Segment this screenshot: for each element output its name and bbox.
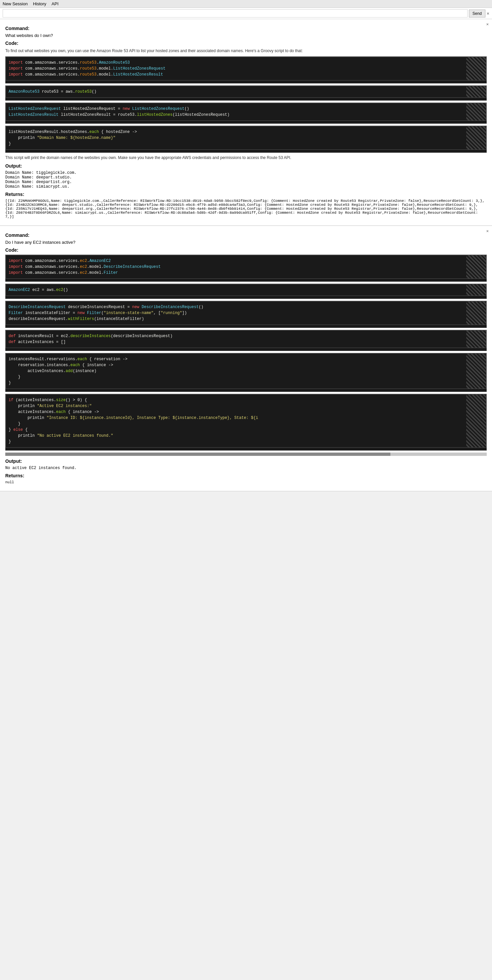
session-2-returns-text: null — [5, 480, 487, 484]
command-input[interactable] — [3, 9, 468, 18]
session-2-code-block-5: instancesResult.reservations.each { rese… — [5, 353, 487, 392]
session-2-output-text: No active EC2 instances found. — [5, 466, 487, 470]
main-content: × Command: What websites do I own? Code:… — [0, 19, 492, 492]
session-1-after-description: This script will print the domain names … — [5, 155, 487, 161]
input-bar: Send × — [0, 8, 492, 19]
session-1: × Command: What websites do I own? Code:… — [0, 19, 492, 226]
session-1-output-text: Domain Name: tigglegickle.com. Domain Na… — [5, 170, 487, 189]
session-1-command-text: What websites do I own? — [5, 33, 487, 38]
session-1-code-block-4: listHostedZonesResult.hostedZones.each {… — [5, 126, 487, 153]
session-1-code-block-2: AmazonRoute53 route53 = aws.route53() — [5, 86, 487, 100]
menu-api[interactable]: API — [51, 1, 58, 6]
session-2-code-block-3: DescribeInstancesRequest describeInstanc… — [5, 301, 487, 328]
session-1-output-label: Output: — [5, 163, 487, 169]
session-2-scrollbar-thumb[interactable] — [5, 453, 390, 456]
session-2: × Command: Do I have any EC2 instances a… — [0, 226, 492, 492]
session-1-code-block-1: import com.amazonaws.services.route53.Am… — [5, 56, 487, 83]
session-2-command-label: Command: — [5, 232, 487, 238]
session-2-returns-label: Returns: — [5, 473, 487, 478]
session-1-returns-label: Returns: — [5, 192, 487, 197]
session-2-output-label: Output: — [5, 458, 487, 464]
session-1-code-block-3: ListHostedZonesRequest listHostedZonesRe… — [5, 103, 487, 124]
session-1-code-label: Code: — [5, 41, 487, 46]
session-2-command-text: Do I have any EC2 instances active? — [5, 240, 487, 245]
session-1-command-label: Command: — [5, 26, 487, 31]
close-button[interactable]: × — [487, 11, 489, 16]
session-2-code-block-4: def instancesResult = ec2.describeInstan… — [5, 330, 487, 351]
session-2-code-block-6: if (activeInstances.size() > 0) { printl… — [5, 394, 487, 450]
session-2-code-label: Code: — [5, 247, 487, 253]
send-button[interactable]: Send — [469, 10, 486, 18]
menu-new-session[interactable]: New Session — [3, 1, 28, 6]
session-2-scrollbar[interactable] — [5, 453, 487, 456]
session-2-close[interactable]: × — [486, 229, 489, 234]
session-1-close[interactable]: × — [486, 22, 489, 27]
menu-history[interactable]: History — [33, 1, 46, 6]
menu-bar: New Session History API — [0, 0, 492, 8]
session-1-description: To find out what websites you own, you c… — [5, 48, 487, 54]
session-1-returns-text: [{Id: Z2NMAKHMP8GOU1,Name: tigglegickle.… — [5, 199, 487, 219]
session-2-code-block-2: AmazonEC2 ec2 = aws.ec2() — [5, 284, 487, 299]
session-2-code-block-1: import com.amazonaws.services.ec2.Amazon… — [5, 255, 487, 282]
